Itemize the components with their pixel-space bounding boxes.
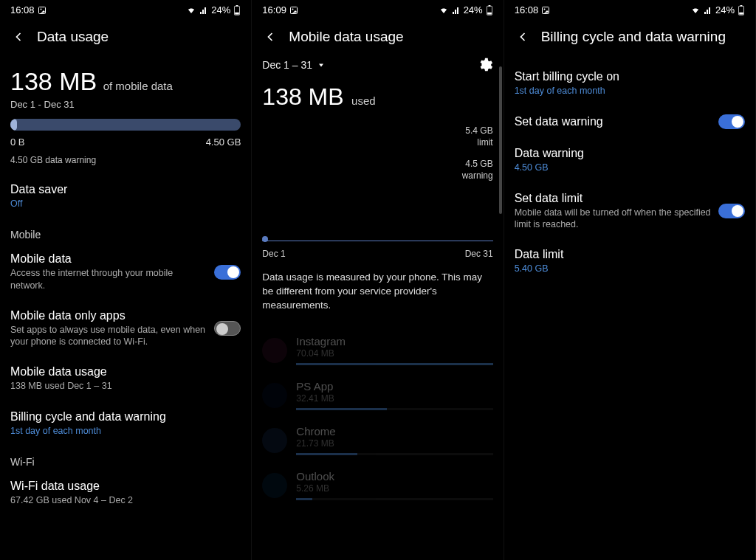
wifi-icon — [690, 6, 701, 15]
status-bar: 16:08 24% — [0, 0, 251, 18]
chevron-left-icon — [515, 30, 530, 44]
wifi-section-label: Wi-Fi — [10, 446, 241, 471]
app-row[interactable]: Chrome21.73 MB — [252, 418, 503, 463]
data-saver-item[interactable]: Data saver Off — [10, 174, 241, 218]
data-saver-value: Off — [10, 198, 241, 210]
header: Mobile data usage — [252, 18, 503, 52]
battery-icon — [233, 5, 241, 15]
usage-chart: Dec 1 Dec 31 — [252, 241, 503, 259]
chart-end: Dec 31 — [465, 249, 493, 259]
date-range-dropdown[interactable]: Dec 1 – 31 — [262, 59, 326, 71]
date-range: Dec 1 - Dec 31 — [10, 99, 241, 110]
svg-rect-4 — [236, 12, 240, 14]
usage-progress-fill — [10, 119, 17, 131]
back-button[interactable] — [515, 29, 531, 45]
mobile-data-usage-item[interactable]: Mobile data usage 138 MB used Dec 1 – 31 — [10, 356, 241, 401]
billing-desc: 1st day of each month — [10, 425, 241, 437]
billing-cycle-item[interactable]: Billing cycle and data warning 1st day o… — [10, 401, 241, 446]
mobile-usage-title: Mobile data usage — [10, 365, 241, 378]
warning-text: 4.50 GB data warning — [10, 155, 241, 165]
mobile-data-desc: Access the internet through your mobile … — [10, 267, 207, 291]
set-data-limit-item[interactable]: Set data limit Mobile data will be turne… — [504, 183, 755, 240]
wifi-usage-title: Wi-Fi data usage — [10, 480, 241, 493]
app-icon — [262, 428, 287, 453]
wifi-usage-item[interactable]: Wi-Fi data usage 67.42 GB used Nov 4 – D… — [10, 471, 241, 515]
app-row[interactable]: Outlook5.26 MB — [252, 463, 503, 508]
set-data-limit-title: Set data limit — [515, 192, 711, 205]
mobile-data-item[interactable]: Mobile data Access the internet through … — [10, 243, 241, 300]
mobile-only-desc: Set apps to always use mobile data, even… — [10, 324, 207, 348]
set-data-warning-item[interactable]: Set data warning — [504, 106, 755, 138]
progress-min: 0 B — [10, 136, 25, 148]
data-saver-title: Data saver — [10, 183, 241, 196]
mobile-only-apps-item[interactable]: Mobile data only apps Set apps to always… — [10, 300, 241, 357]
app-icon — [262, 473, 287, 498]
svg-rect-15 — [739, 12, 743, 14]
data-warning-item[interactable]: Data warning 4.50 GB — [504, 138, 755, 182]
image-icon — [541, 6, 550, 15]
chevron-left-icon — [11, 30, 26, 44]
mobile-section-label: Mobile — [10, 218, 241, 243]
data-warning-value: 4.50 GB — [515, 162, 745, 173]
svg-rect-8 — [488, 5, 490, 6]
chart-line — [262, 241, 492, 241]
signal-icon — [704, 6, 712, 15]
set-data-warning-toggle[interactable] — [718, 114, 745, 129]
page-title: Mobile data usage — [289, 29, 403, 45]
app-usage-bar — [296, 408, 492, 410]
apps-list: Instagram70.04 MBPS App32.41 MBChrome21.… — [252, 328, 503, 508]
svg-point-6 — [292, 8, 293, 10]
wifi-icon — [186, 6, 196, 15]
image-icon — [38, 6, 47, 15]
app-usage: 32.41 MB — [296, 393, 492, 404]
battery-icon — [738, 5, 745, 15]
progress-max: 4.50 GB — [206, 136, 241, 148]
chevron-down-icon — [317, 61, 326, 69]
wifi-icon — [439, 6, 449, 15]
panel-mobile-data-usage: 16:09 24% Mobile data usage Dec 1 – 31 1… — [252, 0, 504, 560]
clock: 16:08 — [10, 4, 35, 15]
svg-rect-3 — [236, 5, 238, 6]
app-usage: 21.73 MB — [296, 438, 492, 449]
back-button[interactable] — [262, 29, 278, 45]
progress-labels: 0 B 4.50 GB — [10, 136, 241, 148]
image-icon — [289, 6, 298, 15]
app-name: Outlook — [296, 470, 492, 483]
billing-cycle-start-item[interactable]: Start billing cycle on 1st day of each m… — [504, 61, 755, 106]
limit-label: limit — [252, 137, 492, 149]
mobile-usage-desc: 138 MB used Dec 1 – 31 — [10, 380, 241, 392]
app-icon — [262, 338, 287, 363]
set-data-limit-toggle[interactable] — [718, 204, 745, 218]
app-usage-bar — [296, 453, 492, 455]
scrollbar[interactable] — [499, 66, 502, 214]
billing-title: Billing cycle and data warning — [10, 410, 241, 424]
battery-percent: 24% — [715, 4, 735, 15]
mobile-data-toggle[interactable] — [214, 265, 241, 280]
total-usage: 138 MB used — [252, 83, 503, 111]
set-data-warning-title: Set data warning — [515, 115, 603, 128]
billing-cycle-title: Start billing cycle on — [515, 70, 745, 83]
app-row[interactable]: Instagram70.04 MB — [252, 328, 503, 373]
settings-button[interactable] — [477, 57, 493, 73]
app-row[interactable]: PS App32.41 MB — [252, 373, 503, 418]
svg-point-12 — [544, 8, 546, 10]
gear-icon — [477, 57, 493, 73]
battery-icon — [486, 5, 493, 15]
threshold-labels: 5.4 GB limit 4.5 GB warning — [252, 125, 503, 182]
date-range-label: Dec 1 – 31 — [262, 59, 312, 71]
total-usage: 138 MB of mobile data — [10, 67, 241, 96]
signal-icon — [452, 6, 461, 15]
mobile-only-toggle[interactable] — [214, 321, 241, 336]
header: Billing cycle and data warning — [504, 18, 755, 52]
limit-value: 5.4 GB — [252, 125, 492, 137]
wifi-usage-desc: 67.42 GB used Nov 4 – Dec 2 — [10, 494, 241, 506]
svg-marker-10 — [319, 64, 323, 67]
clock: 16:09 — [262, 4, 286, 15]
signal-icon — [199, 6, 208, 15]
warning-value: 4.5 GB — [252, 159, 492, 170]
usage-progress — [10, 119, 241, 131]
back-button[interactable] — [10, 29, 27, 45]
warning-label: warning — [252, 170, 492, 182]
mobile-only-title: Mobile data only apps — [10, 309, 207, 322]
data-limit-item[interactable]: Data limit 5.40 GB — [504, 239, 755, 283]
